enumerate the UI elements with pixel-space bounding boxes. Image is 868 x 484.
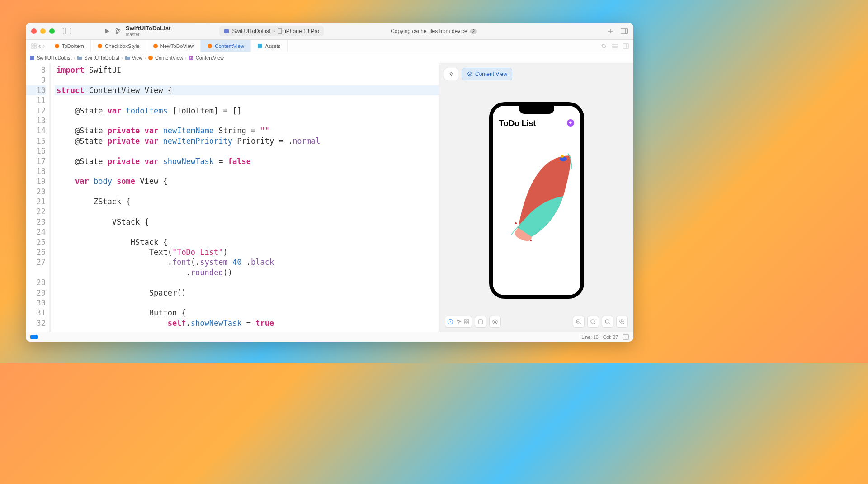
preview-pane: Content View ToDo List + bbox=[439, 63, 633, 332]
chevron-right-icon: › bbox=[185, 55, 187, 61]
back-button[interactable]: ‹ bbox=[38, 42, 41, 50]
svg-rect-10 bbox=[34, 44, 36, 46]
device-settings-button[interactable] bbox=[475, 316, 486, 328]
zoom-fit-button[interactable] bbox=[587, 316, 599, 328]
grid-icon[interactable] bbox=[31, 43, 37, 49]
svg-rect-35 bbox=[467, 322, 469, 324]
device-name: iPhone 13 Pro bbox=[285, 28, 319, 34]
zoom-actual-button[interactable] bbox=[602, 316, 613, 328]
scheme-selector[interactable]: SwiftUIToDoList › iPhone 13 Pro bbox=[219, 26, 324, 36]
svg-line-47 bbox=[623, 323, 624, 324]
tab-label: ContentView bbox=[215, 43, 244, 49]
svg-point-3 bbox=[116, 32, 118, 34]
zoom-in-button[interactable] bbox=[616, 316, 628, 328]
breadcrumb-item[interactable]: SwiftUIToDoList bbox=[84, 55, 119, 61]
svg-point-16 bbox=[208, 44, 212, 48]
breadcrumb-item[interactable]: ContentView bbox=[155, 55, 183, 61]
pin-button[interactable] bbox=[444, 68, 458, 80]
tab-checkboxstyle[interactable]: CheckboxStyle bbox=[91, 40, 146, 52]
app-icon bbox=[224, 28, 229, 34]
tab-assets[interactable]: Assets bbox=[251, 40, 288, 52]
folder-icon bbox=[125, 55, 130, 61]
breadcrumb[interactable]: SwiftUIToDoList › SwiftUIToDoList › View… bbox=[26, 52, 633, 63]
preview-mode-group[interactable] bbox=[445, 316, 472, 328]
tab-label: Assets bbox=[265, 43, 281, 49]
breadcrumb-item[interactable]: SwiftUIToDoList bbox=[37, 55, 72, 61]
assets-icon bbox=[257, 43, 263, 49]
filter-icon[interactable] bbox=[30, 335, 38, 339]
preview-bottom-toolbar bbox=[439, 312, 633, 332]
minimize-button[interactable] bbox=[40, 28, 46, 34]
device-icon bbox=[477, 319, 484, 325]
svg-point-29 bbox=[515, 222, 517, 224]
svg-rect-5 bbox=[224, 29, 229, 33]
svg-rect-6 bbox=[278, 28, 282, 34]
svg-rect-9 bbox=[32, 44, 33, 46]
forward-button[interactable]: › bbox=[42, 42, 45, 50]
breadcrumb-item[interactable]: View bbox=[132, 55, 143, 61]
svg-rect-50 bbox=[623, 335, 628, 339]
phone-frame: ToDo List + bbox=[489, 102, 584, 299]
device-icon bbox=[278, 28, 282, 34]
variants-icon bbox=[492, 319, 498, 325]
close-button[interactable] bbox=[31, 28, 37, 34]
tab-newtodoview[interactable]: NewToDoView bbox=[146, 40, 201, 52]
sidebar-toggle-icon[interactable] bbox=[63, 28, 71, 34]
chevron-right-icon: › bbox=[121, 55, 123, 61]
svg-point-4 bbox=[118, 29, 120, 31]
maximize-button[interactable] bbox=[49, 28, 55, 34]
tab-todoitem[interactable]: ToDoItem bbox=[48, 40, 91, 52]
phone-notch bbox=[519, 106, 554, 114]
zoom-out-button[interactable] bbox=[573, 316, 585, 328]
swift-icon bbox=[97, 43, 103, 49]
run-button[interactable] bbox=[104, 28, 110, 34]
zoom-icon bbox=[604, 319, 611, 325]
tab-bar: ‹ › ToDoItem CheckboxStyle NewToDoView C… bbox=[26, 40, 633, 52]
tab-nav: ‹ › bbox=[28, 40, 48, 52]
zoom-icon bbox=[590, 319, 596, 325]
code-content[interactable]: import SwiftUIstruct ContentView View { … bbox=[51, 63, 439, 332]
branch-icon[interactable] bbox=[115, 28, 121, 34]
svg-line-40 bbox=[580, 323, 581, 324]
tabbar-right bbox=[601, 40, 633, 52]
split-icon[interactable] bbox=[623, 43, 629, 49]
toolbar-center: SwiftUIToDoList master bbox=[104, 25, 170, 37]
chip-label: Content View bbox=[475, 71, 507, 77]
main-area: 8910111213141516171819202122232425262728… bbox=[26, 63, 633, 332]
titlebar: SwiftUIToDoList master SwiftUIToDoList ›… bbox=[26, 23, 633, 40]
zoom-buttons bbox=[573, 316, 628, 328]
preview-content-chip[interactable]: Content View bbox=[462, 68, 512, 80]
project-info[interactable]: SwiftUIToDoList master bbox=[126, 25, 170, 37]
preview-canvas[interactable]: ToDo List + bbox=[439, 85, 633, 312]
tab-label: CheckboxStyle bbox=[105, 43, 140, 49]
build-status[interactable]: Copying cache files from device 2 bbox=[391, 28, 477, 34]
pin-icon bbox=[449, 71, 453, 77]
svg-point-13 bbox=[55, 44, 59, 48]
svg-point-44 bbox=[605, 320, 609, 323]
svg-point-38 bbox=[494, 321, 496, 323]
line-gutter: 8910111213141516171819202122232425262728… bbox=[26, 63, 51, 332]
breadcrumb-item[interactable]: ContentView bbox=[196, 55, 224, 61]
library-icon[interactable] bbox=[621, 28, 628, 34]
chevron-right-icon: › bbox=[273, 28, 275, 34]
variants-button[interactable] bbox=[489, 316, 501, 328]
tab-contentview[interactable]: ContentView bbox=[201, 40, 251, 52]
cube-icon bbox=[467, 71, 472, 77]
xcode-window: SwiftUIToDoList master SwiftUIToDoList ›… bbox=[26, 23, 633, 342]
zoom-in-icon bbox=[619, 319, 625, 325]
play-icon bbox=[447, 319, 453, 325]
add-icon[interactable] bbox=[607, 28, 613, 34]
reload-icon[interactable] bbox=[601, 43, 607, 49]
chevron-right-icon: › bbox=[144, 55, 146, 61]
panel-icon[interactable] bbox=[623, 334, 629, 340]
svg-rect-7 bbox=[621, 28, 627, 34]
struct-icon: S bbox=[189, 55, 194, 61]
status-text: Copying cache files from device bbox=[391, 28, 467, 34]
editor-options-icon[interactable] bbox=[612, 43, 618, 49]
phone-app-title: ToDo List bbox=[499, 118, 536, 128]
svg-point-37 bbox=[493, 320, 497, 324]
cursor-line: Line: 10 bbox=[581, 334, 598, 340]
svg-rect-23 bbox=[30, 56, 34, 60]
svg-line-45 bbox=[609, 323, 610, 324]
code-editor[interactable]: 8910111213141516171819202122232425262728… bbox=[26, 63, 439, 332]
